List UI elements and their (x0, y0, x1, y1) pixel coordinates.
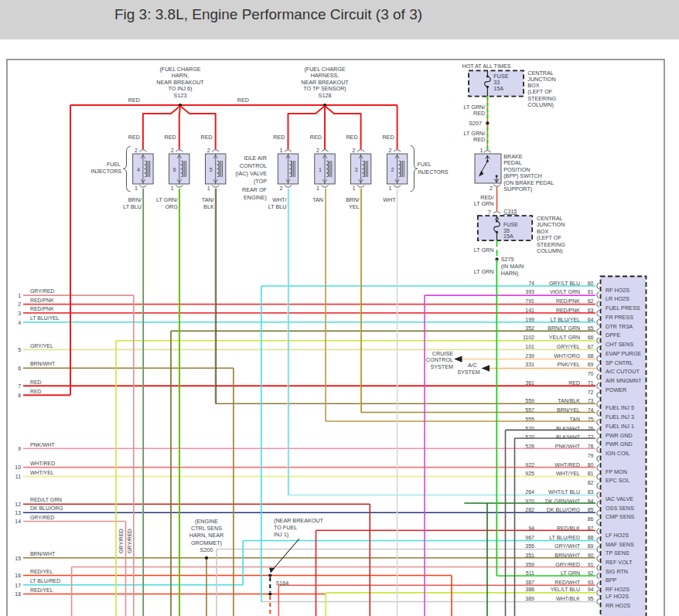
svg-text:MAF SENS: MAF SENS (606, 541, 634, 548)
svg-text:101: 101 (525, 344, 534, 349)
svg-text:RF HO2S: RF HO2S (606, 287, 630, 294)
svg-text:967: 967 (525, 535, 534, 540)
svg-text:LT BLU: LT BLU (123, 203, 142, 210)
svg-text:559: 559 (525, 398, 534, 403)
svg-text:68: 68 (588, 353, 594, 359)
svg-text:199: 199 (525, 317, 534, 322)
svg-text:13: 13 (15, 510, 21, 516)
svg-text:LT BLU/YEL: LT BLU/YEL (30, 315, 60, 321)
svg-text:92: 92 (588, 570, 594, 576)
svg-text:81: 81 (588, 471, 594, 476)
svg-text:282: 282 (525, 507, 534, 512)
svg-text:IAC VALVE: IAC VALVE (606, 495, 633, 502)
svg-text:570: 570 (525, 434, 534, 440)
svg-text:89: 89 (588, 543, 594, 549)
svg-text:7: 7 (18, 383, 21, 389)
svg-text:6: 6 (173, 166, 176, 173)
svg-text:COLUMN): COLUMN) (527, 101, 554, 108)
svg-text:COLUMN): COLUMN) (537, 247, 563, 254)
svg-text:CONTROL: CONTROL (240, 162, 267, 169)
svg-text:64: 64 (588, 317, 594, 322)
svg-text:RED: RED (473, 136, 485, 143)
svg-text:TAN/: TAN/ (202, 196, 214, 203)
svg-text:4: 4 (18, 320, 21, 325)
svg-text:YEL/LT GRN: YEL/LT GRN (549, 335, 580, 340)
svg-text:RED/LT GRN: RED/LT GRN (30, 497, 62, 502)
svg-text:GRY/RED: GRY/RED (127, 529, 132, 553)
svg-text:5: 5 (210, 166, 213, 173)
svg-text:791: 791 (525, 298, 534, 304)
svg-text:1: 1 (353, 185, 356, 192)
svg-text:FUEL INJ 3: FUEL INJ 3 (606, 414, 634, 420)
svg-text:925: 925 (525, 471, 534, 476)
svg-text:1: 1 (480, 147, 483, 154)
svg-text:66: 66 (588, 335, 594, 340)
svg-text:SIG RTN: SIG RTN (606, 568, 628, 575)
svg-text:DK BLU/ORG: DK BLU/ORG (547, 507, 580, 512)
svg-text:ORG: ORG (165, 203, 178, 210)
svg-text:1: 1 (207, 185, 210, 192)
svg-text:YEL/LT BLU: YEL/LT BLU (551, 587, 580, 592)
svg-text:388: 388 (525, 587, 534, 592)
svg-text:DTR TR3A: DTR TR3A (606, 323, 633, 330)
svg-text:71: 71 (588, 380, 594, 386)
svg-text:83: 83 (588, 489, 594, 495)
svg-text:4: 4 (137, 166, 140, 173)
svg-text:RED/PNK: RED/PNK (30, 298, 54, 303)
svg-text:BRN/: BRN/ (346, 196, 359, 203)
svg-text:77: 77 (588, 434, 594, 440)
svg-text:TAN/BLK: TAN/BLK (558, 398, 580, 403)
svg-text:2: 2 (389, 147, 392, 154)
svg-text:88: 88 (588, 535, 594, 540)
svg-text:511: 511 (526, 570, 534, 576)
svg-text:TAN: TAN (312, 196, 323, 203)
svg-text:LR HO2S: LR HO2S (606, 295, 630, 302)
svg-text:15A: 15A (503, 233, 514, 240)
svg-text:DK BLU/ORG: DK BLU/ORG (30, 505, 63, 511)
svg-text:LT GRN: LT GRN (474, 200, 494, 207)
svg-text:FUEL: FUEL (418, 162, 432, 167)
svg-text:RED/YEL: RED/YEL (30, 569, 53, 574)
svg-text:RED: RED (128, 134, 140, 141)
svg-text:95: 95 (588, 596, 594, 601)
svg-text:94: 94 (588, 587, 594, 592)
svg-text:393: 393 (525, 289, 534, 294)
svg-text:14: 14 (15, 519, 21, 524)
svg-text:FR PRESS: FR PRESS (606, 314, 633, 321)
svg-text:BRN/: BRN/ (128, 196, 142, 203)
svg-text:5: 5 (18, 347, 21, 352)
svg-text:2: 2 (207, 147, 210, 154)
svg-text:60: 60 (588, 281, 594, 286)
svg-text:2: 2 (391, 166, 394, 173)
svg-text:WHT/: WHT/ (272, 196, 286, 203)
svg-text:331: 331 (525, 362, 534, 367)
svg-text:SUPPORT): SUPPORT) (503, 185, 532, 192)
svg-text:2: 2 (135, 147, 138, 154)
svg-text:WHT/ORG: WHT/ORG (554, 353, 580, 359)
svg-text:CONTROL: CONTROL (426, 356, 453, 363)
svg-text:LF HO2S: LF HO2S (606, 593, 629, 600)
svg-text:GROMMET): GROMMET) (191, 539, 222, 546)
svg-text:GRY/RED: GRY/RED (30, 288, 54, 294)
svg-text:18: 18 (15, 591, 21, 597)
svg-text:LT BLU: LT BLU (268, 203, 287, 210)
svg-text:VIO/LT GRN: VIO/LT GRN (550, 289, 580, 294)
svg-text:(NEAR BREAKOUT: (NEAR BREAKOUT (274, 517, 324, 524)
svg-text:RED: RED (310, 134, 322, 141)
svg-text:GRY/RED: GRY/RED (118, 529, 124, 553)
svg-text:GRY/LT BLU: GRY/LT BLU (549, 281, 580, 286)
svg-text:(TOP: (TOP (254, 178, 267, 185)
svg-text:GRY/RED: GRY/RED (30, 515, 54, 520)
svg-text:74: 74 (528, 281, 534, 286)
svg-text:(IAC) VALVE: (IAC) VALVE (235, 170, 267, 177)
svg-text:LT GRN: LT GRN (561, 570, 580, 576)
svg-text:FUEL INJ 1: FUEL INJ 1 (606, 423, 634, 430)
svg-text:HARN, NEAR: HARN, NEAR (189, 532, 223, 539)
svg-text:355: 355 (525, 543, 534, 549)
svg-text:S207: S207 (469, 120, 482, 127)
svg-text:7: 7 (488, 209, 491, 216)
svg-text:TO FUEL: TO FUEL (274, 524, 297, 531)
svg-text:93: 93 (588, 580, 594, 585)
svg-text:CRUISE: CRUISE (432, 350, 453, 357)
svg-text:IGN COIL: IGN COIL (606, 450, 630, 457)
